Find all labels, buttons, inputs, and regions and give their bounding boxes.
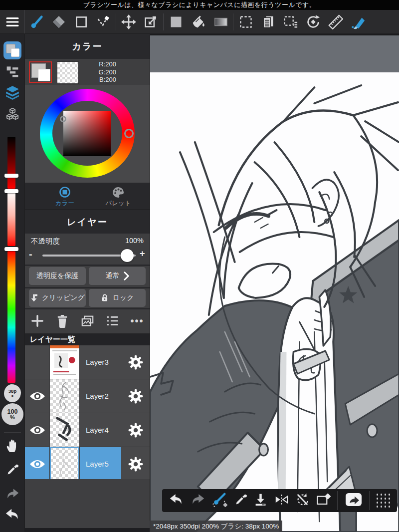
redo-button[interactable]: [0, 488, 25, 500]
transform-tool-button[interactable]: [140, 10, 162, 33]
share-button[interactable]: [345, 492, 363, 510]
rotate-canvas-button[interactable]: [302, 10, 324, 33]
color-panel-button[interactable]: [3, 41, 21, 59]
drag-handle[interactable]: [377, 494, 391, 508]
saturation-slider[interactable]: [7, 191, 15, 246]
layer-row[interactable]: Layer4: [25, 413, 150, 447]
drawing-canvas[interactable]: [150, 34, 399, 532]
layer-thumbnail[interactable]: [50, 345, 80, 379]
lock-icon: [101, 293, 109, 302]
hue-cursor[interactable]: [124, 129, 134, 138]
layer-thumbnail[interactable]: [50, 447, 80, 481]
current-color-swatch[interactable]: [29, 61, 52, 83]
opacity-slider-knob[interactable]: [121, 249, 134, 262]
color-swatch-button[interactable]: [165, 10, 187, 33]
layer-settings-button[interactable]: [121, 447, 150, 481]
clear-layer-button[interactable]: [316, 493, 331, 508]
panel-divider: [25, 265, 150, 266]
layer-thumbnail[interactable]: [50, 413, 80, 447]
ruler-button[interactable]: [324, 10, 347, 33]
zoom-value: 100: [7, 409, 18, 415]
eraser-icon: [51, 14, 66, 29]
save-button[interactable]: [254, 493, 267, 509]
brush-tool-button[interactable]: [25, 10, 47, 33]
saturation-value-picker[interactable]: [63, 111, 111, 156]
marquee-select-button[interactable]: [234, 10, 257, 33]
hue-slider-handle[interactable]: [4, 247, 18, 251]
undo-icon: [169, 494, 184, 506]
snap-brush-icon: [351, 14, 366, 29]
quick-undo-button[interactable]: [169, 494, 184, 508]
tab-palette[interactable]: パレット: [96, 185, 141, 209]
protect-alpha-button[interactable]: 透明度を保護: [29, 267, 86, 285]
brush-icon: [29, 14, 44, 29]
layer-name: Layer3: [86, 358, 109, 366]
thumbnail-page: [50, 345, 79, 378]
layer-list-view-button[interactable]: [100, 315, 125, 327]
menu-button[interactable]: [0, 10, 25, 33]
eyedropper-tool-button[interactable]: [0, 463, 25, 476]
brush-size-value: 38px: [8, 389, 17, 398]
opacity-minus-button[interactable]: -: [29, 249, 32, 260]
value-slider[interactable]: [7, 137, 15, 189]
delete-layer-button[interactable]: [50, 314, 75, 328]
gradient-button[interactable]: [209, 10, 232, 33]
layer-settings-button[interactable]: [121, 413, 150, 447]
opacity-plus-button[interactable]: +: [140, 249, 145, 259]
pages-button[interactable]: [257, 10, 279, 33]
brush-size-indicator[interactable]: 38px: [4, 384, 21, 402]
blend-mode-button[interactable]: 通常: [89, 267, 146, 285]
move-tool-button[interactable]: [117, 10, 140, 33]
lock-button[interactable]: ロック: [89, 289, 146, 307]
layer-row[interactable]: Layer3: [25, 345, 150, 379]
layer-settings-button[interactable]: [121, 379, 150, 413]
artwork: [150, 72, 399, 532]
eye-icon: [29, 459, 46, 470]
snap-brush-button[interactable]: [347, 10, 369, 33]
quick-eyedropper-button[interactable]: [234, 493, 247, 508]
layer-settings-button[interactable]: [121, 345, 150, 379]
blend-mode-label: 通常: [106, 271, 120, 280]
side-panel: カラー R:200 G:200 B:200: [25, 34, 150, 532]
clipping-button[interactable]: クリッピング: [29, 289, 86, 307]
rectangle-tool-button[interactable]: [70, 10, 92, 33]
panel-divider: [25, 287, 150, 288]
rotate-reset-button[interactable]: [295, 493, 309, 509]
tool-list-icon: [5, 65, 19, 78]
materials-icon: [5, 107, 20, 122]
layer-visibility-toggle[interactable]: [25, 413, 50, 447]
materials-button[interactable]: [0, 107, 25, 122]
add-layer-button[interactable]: [25, 314, 50, 327]
move-icon: [121, 14, 136, 29]
eraser-tool-button[interactable]: [47, 10, 70, 33]
layer-thumbnail[interactable]: [50, 379, 80, 413]
select-pen-tool-button[interactable]: [92, 10, 115, 33]
quick-redo-button[interactable]: [191, 494, 205, 508]
more-options-button[interactable]: •••: [125, 315, 150, 327]
toolbar-divider: [233, 13, 233, 30]
opacity-value: 100%: [125, 237, 144, 245]
layer-visibility-toggle[interactable]: [25, 345, 50, 379]
layers-panel-button[interactable]: [0, 85, 25, 100]
hue-slider[interactable]: [7, 251, 15, 383]
duplicate-layer-button[interactable]: [75, 315, 100, 327]
tab-color[interactable]: カラー: [42, 185, 87, 209]
fill-bucket-button[interactable]: [187, 10, 209, 33]
layer-visibility-toggle[interactable]: [25, 447, 50, 481]
hand-tool-button[interactable]: [0, 438, 25, 453]
layer-visibility-toggle[interactable]: [25, 379, 50, 413]
layer-row[interactable]: Layer5: [25, 447, 150, 481]
layer-row[interactable]: Layer2: [25, 379, 150, 413]
flip-horizontal-button[interactable]: [274, 493, 289, 508]
rgb-r: R:200: [72, 60, 116, 68]
tool-list-button[interactable]: [0, 65, 25, 78]
value-slider-handle[interactable]: [4, 174, 18, 178]
saturation-slider-handle[interactable]: [4, 189, 18, 193]
brush-eraser-toggle-button[interactable]: [211, 492, 227, 509]
select-options-button[interactable]: [279, 10, 302, 33]
layer-panel-title: レイヤー: [67, 216, 107, 228]
undo-button[interactable]: [0, 508, 25, 521]
zoom-indicator[interactable]: 100 %: [1, 403, 23, 425]
ellipsis-icon: •••: [130, 315, 144, 327]
sv-cursor[interactable]: [60, 116, 66, 122]
